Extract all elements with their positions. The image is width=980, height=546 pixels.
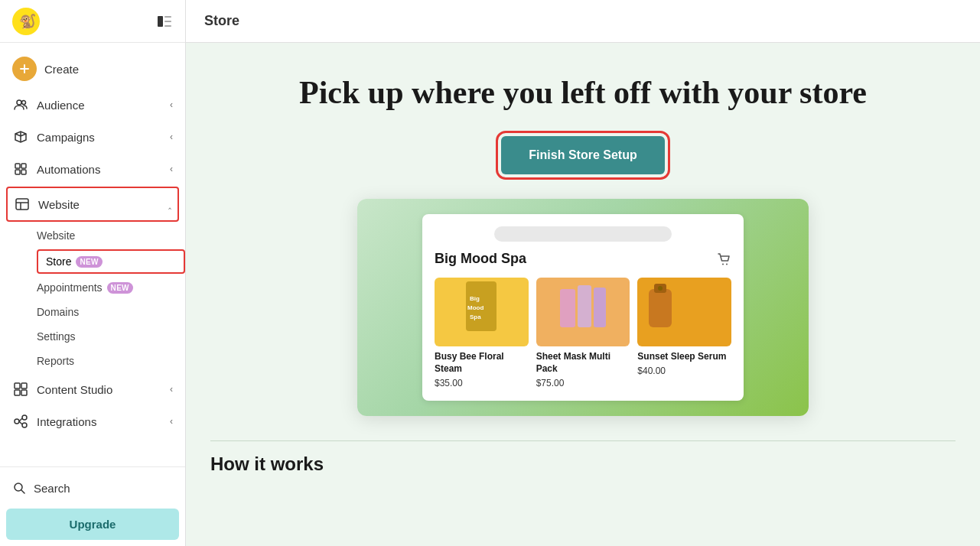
- sidebar-search[interactable]: Search: [0, 473, 185, 502]
- cart-icon: [716, 252, 731, 267]
- sub-item-appointments[interactable]: Appointments New: [37, 275, 185, 300]
- search-icon: [12, 481, 26, 495]
- upgrade-button[interactable]: Upgrade: [6, 509, 179, 540]
- svg-rect-2: [158, 16, 163, 27]
- store-preview-card: Big Mood Spa: [422, 214, 744, 400]
- store-preview-background: Big Mood Spa: [357, 199, 809, 415]
- cta-container: Finish Store Setup: [210, 136, 956, 174]
- sidebar-item-website[interactable]: Website ‸: [6, 187, 179, 222]
- sub-item-reports-label: Reports: [37, 355, 74, 367]
- sub-item-website-label: Website: [37, 229, 75, 242]
- campaigns-chevron-icon: ‹: [170, 132, 173, 142]
- content-studio-label: Content Studio: [37, 383, 112, 396]
- appointments-new-badge: New: [107, 282, 133, 294]
- svg-point-9: [22, 101, 26, 105]
- svg-text:Big: Big: [470, 295, 480, 302]
- automations-icon: [12, 161, 29, 177]
- how-it-works-heading: How it works: [210, 440, 956, 475]
- store-url-bar: [494, 226, 672, 242]
- content-studio-chevron-icon: ‹: [170, 384, 173, 395]
- product-img-2: [536, 278, 630, 346]
- audience-icon: [12, 96, 29, 113]
- sub-item-appointments-label: Appointments: [37, 281, 103, 294]
- integrations-icon: [12, 413, 29, 430]
- svg-point-29: [726, 263, 728, 265]
- svg-point-23: [22, 423, 27, 427]
- sidebar-item-campaigns[interactable]: Campaigns ‹: [0, 121, 185, 153]
- product-img-1: Big Mood Spa: [435, 278, 529, 346]
- svg-rect-18: [21, 383, 27, 388]
- sidebar-nav: Create Audience ‹ Ca: [0, 43, 185, 466]
- svg-point-28: [722, 263, 724, 265]
- svg-point-22: [22, 415, 27, 420]
- sub-item-reports[interactable]: Reports: [37, 349, 185, 373]
- product-card-3: Sunset Sleep Serum $40.00: [637, 278, 731, 388]
- store-new-badge: New: [76, 256, 102, 268]
- svg-line-27: [21, 490, 24, 493]
- create-icon: [12, 57, 37, 81]
- sub-item-settings-label: Settings: [37, 330, 76, 343]
- store-name-row: Big Mood Spa: [435, 251, 731, 267]
- store-preview: Big Mood Spa: [357, 199, 809, 415]
- sub-item-domains-label: Domains: [37, 306, 79, 318]
- sidebar-item-content-studio[interactable]: Content Studio ‹: [0, 373, 185, 405]
- sidebar-item-automations[interactable]: Automations ‹: [0, 153, 185, 185]
- svg-line-25: [19, 421, 22, 424]
- sub-item-settings[interactable]: Settings: [37, 324, 185, 349]
- product-price-3: $40.00: [637, 366, 731, 376]
- svg-point-39: [658, 286, 663, 291]
- svg-point-21: [15, 419, 19, 424]
- store-name: Big Mood Spa: [435, 251, 526, 267]
- mailchimp-logo[interactable]: 🐒: [12, 8, 40, 35]
- sidebar-item-integrations[interactable]: Integrations ‹: [0, 405, 185, 437]
- website-sub-nav: Website Store New Appointments New Domai…: [0, 223, 185, 373]
- sidebar-item-create[interactable]: Create: [0, 49, 185, 89]
- sub-item-website[interactable]: Website: [37, 223, 185, 248]
- svg-rect-12: [15, 170, 20, 174]
- website-icon: [14, 196, 31, 213]
- svg-text:🐒: 🐒: [19, 13, 37, 30]
- product-name-2: Sheet Mask Multi Pack: [536, 351, 630, 375]
- svg-rect-37: [649, 289, 672, 327]
- sub-item-store[interactable]: Store New: [37, 249, 185, 274]
- svg-line-24: [19, 418, 22, 421]
- product-card-1: Big Mood Spa Busy Bee Floral Steam $35.0…: [435, 278, 529, 388]
- svg-rect-17: [15, 383, 20, 388]
- automations-chevron-icon: ‹: [170, 164, 173, 174]
- page-title: Store: [204, 13, 239, 29]
- sub-item-domains[interactable]: Domains: [37, 300, 185, 324]
- finish-store-setup-button[interactable]: Finish Store Setup: [501, 136, 664, 174]
- svg-rect-13: [21, 170, 26, 174]
- product-card-2: Sheet Mask Multi Pack $75.00: [536, 278, 630, 388]
- product-price-1: $35.00: [435, 378, 529, 388]
- sidebar: 🐒 Create: [0, 0, 186, 546]
- svg-rect-35: [578, 285, 591, 327]
- svg-rect-34: [560, 289, 575, 327]
- svg-rect-11: [21, 164, 26, 168]
- svg-rect-5: [164, 25, 171, 27]
- product-name-3: Sunset Sleep Serum: [637, 351, 731, 363]
- search-label: Search: [34, 482, 70, 495]
- sidebar-toggle-icon[interactable]: [156, 13, 173, 30]
- products-grid: Big Mood Spa Busy Bee Floral Steam $35.0…: [435, 278, 731, 388]
- audience-label: Audience: [37, 99, 85, 112]
- campaigns-icon: [12, 128, 29, 145]
- product-img-3: [637, 278, 731, 346]
- svg-rect-19: [15, 390, 20, 395]
- svg-rect-14: [16, 199, 28, 210]
- campaigns-label: Campaigns: [37, 131, 95, 144]
- sub-item-store-label: Store: [46, 255, 71, 268]
- sidebar-item-audience[interactable]: Audience ‹: [0, 89, 185, 121]
- svg-rect-10: [15, 164, 20, 168]
- product-price-2: $75.00: [536, 378, 630, 388]
- website-chevron-icon: ‸: [168, 199, 171, 210]
- sidebar-header: 🐒: [0, 0, 185, 43]
- svg-rect-36: [594, 288, 606, 327]
- create-label: Create: [44, 63, 79, 76]
- website-label: Website: [38, 198, 80, 211]
- content-studio-icon: [12, 381, 29, 398]
- hero-title: Pick up where you left off with your sto…: [210, 73, 956, 112]
- svg-rect-3: [164, 16, 171, 18]
- automations-label: Automations: [37, 163, 100, 176]
- svg-rect-4: [164, 21, 171, 22]
